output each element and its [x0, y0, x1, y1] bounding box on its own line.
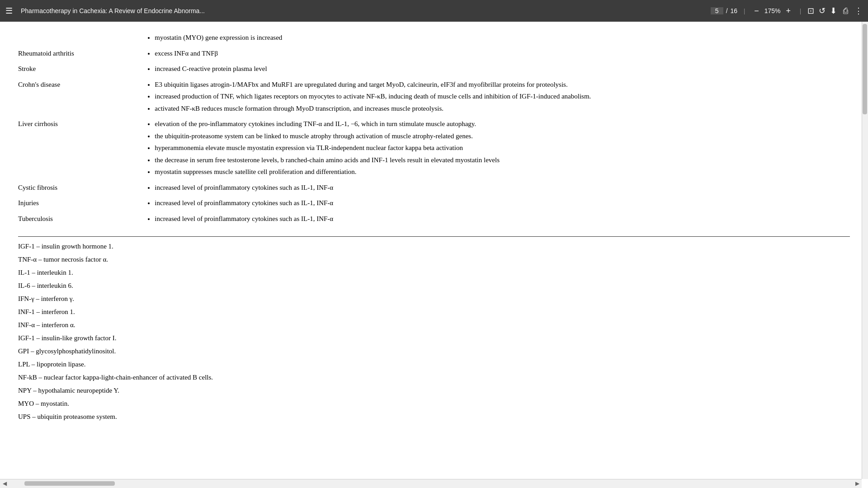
bullet-item: the decrease in serum free testosterone …	[155, 155, 846, 165]
disease-bullets: increased C-reactive protein plasma leve…	[146, 62, 850, 78]
table-row: Liver cirrhosiselevation of the pro-infl…	[18, 117, 850, 181]
disease-name: Stroke	[18, 62, 146, 78]
disease-name: Cystic fibrosis	[18, 181, 146, 197]
page-separator: /	[726, 7, 728, 14]
bullet-item: the ubiquitin-proteasome system can be l…	[155, 131, 846, 141]
bullet-item: hyperammonemia elevate muscle myostatin …	[155, 143, 846, 153]
abbreviation-item: IGF-1 – insulin-like growth factor I.	[18, 332, 850, 344]
table-row: Tuberculosisincreased level of proinflam…	[18, 212, 850, 228]
table-row: Rheumatoid arthritisexcess INFα and TNFβ	[18, 47, 850, 62]
more-options-icon[interactable]: ⋮	[854, 6, 863, 16]
abbreviation-item: MYO – myostatin.	[18, 398, 850, 410]
zoom-controls: − 175% +	[751, 5, 793, 17]
separator-line	[18, 236, 850, 237]
disease-bullets: elevation of the pro-inflammatory cytoki…	[146, 117, 850, 181]
toolbar-right: ⬇ ⎙ ⋮	[830, 6, 863, 16]
bullet-item: increased production of TNF, which ligat…	[155, 91, 846, 102]
fit-page-icon[interactable]: ⊡	[807, 6, 814, 16]
scroll-left-button[interactable]: ◀	[0, 480, 9, 487]
abbreviation-item: INF-1 – interferon 1.	[18, 306, 850, 318]
abbreviation-item: INF-α – interferon α.	[18, 319, 850, 331]
toolbar-separator-2: |	[800, 7, 801, 15]
scroll-right-button[interactable]: ▶	[853, 480, 862, 487]
bullet-item: myostatin (MYO) gene expression is incre…	[155, 33, 846, 43]
disease-table: myostatin (MYO) gene expression is incre…	[18, 31, 850, 227]
zoom-in-button[interactable]: +	[783, 5, 793, 17]
disease-name: Rheumatoid arthritis	[18, 47, 146, 62]
abbreviation-item: IFN-γ – interferon γ.	[18, 293, 850, 305]
horizontal-scrollbar-track[interactable]	[11, 481, 851, 487]
zoom-out-button[interactable]: −	[751, 5, 762, 17]
horizontal-scrollbar-thumb[interactable]	[24, 481, 115, 486]
abbreviation-item: NPY – hypothalamic neuropeptide Y.	[18, 385, 850, 397]
abbreviation-item: NF-kB – nuclear factor kappa-light-chain…	[18, 371, 850, 384]
scrollbar-thumb[interactable]	[863, 24, 867, 114]
disease-bullets: increased level of proinflammatory cytok…	[146, 196, 850, 212]
table-row: myostatin (MYO) gene expression is incre…	[18, 31, 850, 47]
bullet-item: increased level of proinflammatory cytok…	[155, 214, 846, 224]
disease-bullets: increased level of proinflammatory cytok…	[146, 212, 850, 228]
disease-name: Tuberculosis	[18, 212, 146, 228]
table-row: Injuriesincreased level of proinflammato…	[18, 196, 850, 212]
page-navigation: / 16	[711, 7, 737, 14]
abbreviation-item: IL-1 – interleukin 1.	[18, 267, 850, 279]
bullet-item: elevation of the pro-inflammatory cytoki…	[155, 119, 846, 129]
bullet-item: increased C-reactive protein plasma leve…	[155, 64, 846, 74]
content-area: myostatin (MYO) gene expression is incre…	[0, 22, 868, 488]
toolbar-separator-1: |	[744, 7, 745, 15]
disease-name: Liver cirrhosis	[18, 117, 146, 181]
abbreviation-item: TNF-α – tumor necrosis factor α.	[18, 253, 850, 266]
bullet-item: E3 ubiquitin ligases atrogin-1/MAFbx and…	[155, 80, 846, 90]
disease-name: Injuries	[18, 196, 146, 212]
toolbar: ☰ Pharmacotherapy in Cachexia: A Review …	[0, 0, 868, 22]
rotate-icon[interactable]: ↺	[819, 6, 826, 16]
table-row: Strokeincreased C-reactive protein plasm…	[18, 62, 850, 78]
abbreviation-item: UPS – ubiquitin proteasome system.	[18, 411, 850, 423]
print-icon[interactable]: ⎙	[843, 6, 848, 16]
disease-name: Crohn's disease	[18, 78, 146, 117]
disease-bullets: increased level of proinflammatory cytok…	[146, 181, 850, 197]
bullet-item: myostatin suppresses muscle satellite ce…	[155, 167, 846, 177]
bullet-item: excess INFα and TNFβ	[155, 48, 846, 59]
horizontal-scrollbar[interactable]: ◀ ▶	[0, 479, 862, 488]
bullet-item: increased level of proinflammatory cytok…	[155, 198, 846, 208]
menu-icon[interactable]: ☰	[5, 6, 13, 16]
page-number-input[interactable]	[711, 7, 723, 14]
abbreviation-item: GPI – glycosylphosphatidylinositol.	[18, 345, 850, 357]
document-title: Pharmacotherapy in Cachexia: A Review of…	[21, 7, 706, 14]
disease-bullets: excess INFα and TNFβ	[146, 47, 850, 62]
disease-bullets: E3 ubiquitin ligases atrogin-1/MAFbx and…	[146, 78, 850, 117]
abbreviations-section: IGF-1 – insulin growth hormone 1.TNF-α –…	[18, 240, 850, 423]
table-row: Crohn's diseaseE3 ubiquitin ligases atro…	[18, 78, 850, 117]
bullet-item: activated NF-κB reduces muscle formation…	[155, 103, 846, 114]
download-icon[interactable]: ⬇	[830, 6, 837, 16]
abbreviation-item: IL-6 – interleukin 6.	[18, 280, 850, 292]
disease-name	[18, 31, 146, 47]
vertical-scrollbar[interactable]	[862, 22, 868, 479]
bullet-item: increased level of proinflammatory cytok…	[155, 183, 846, 193]
table-row: Cystic fibrosisincreased level of proinf…	[18, 181, 850, 197]
page-total: 16	[731, 7, 738, 14]
disease-bullets: myostatin (MYO) gene expression is incre…	[146, 31, 850, 47]
abbreviation-item: IGF-1 – insulin growth hormone 1.	[18, 240, 850, 253]
zoom-value: 175%	[764, 7, 781, 14]
abbreviation-item: LPL – lipoprotein lipase.	[18, 358, 850, 371]
